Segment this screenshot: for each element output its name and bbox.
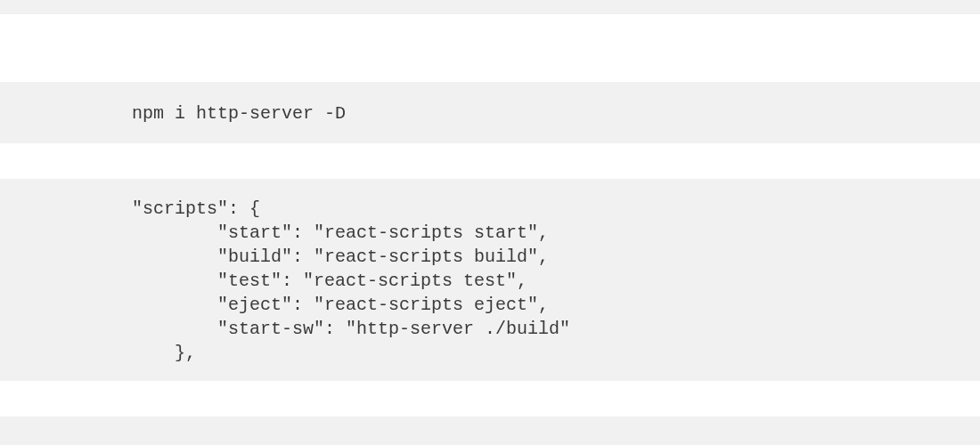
scripts-json-block: "scripts": { "start": "react-scripts sta… <box>0 179 980 381</box>
bottom-gray-strip <box>0 417 980 445</box>
spacer <box>0 14 980 82</box>
install-command-block: npm i http-server -D <box>0 82 980 143</box>
install-command-text: npm i http-server -D <box>132 103 346 124</box>
scripts-json-text: "scripts": { "start": "react-scripts sta… <box>132 198 570 363</box>
spacer <box>0 143 980 179</box>
top-gray-strip <box>0 0 980 14</box>
spacer <box>0 381 980 417</box>
